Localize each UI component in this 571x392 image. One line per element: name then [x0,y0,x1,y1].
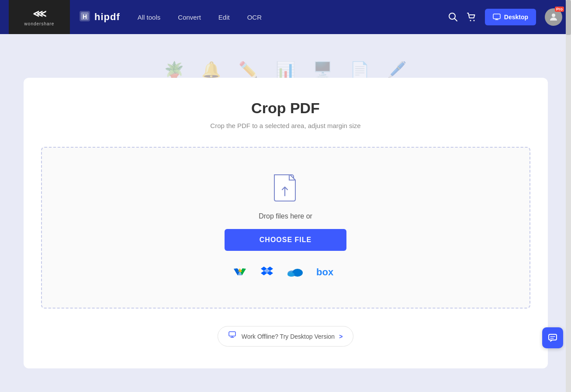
upload-file-icon [273,173,299,204]
hero-illustrations: 🪴 🔔 ✏️ 📊 🖥️ 📄 🖊️ [0,34,571,78]
user-avatar[interactable]: Pro [545,8,562,26]
svg-line-4 [454,19,457,21]
cart-button[interactable] [467,12,476,22]
svg-rect-19 [549,334,557,340]
page-subtitle: Crop the PDF to a selected area, adjust … [210,122,360,129]
desktop-banner[interactable]: Work Offline? Try Desktop Version > [218,326,354,347]
wondershare-logo[interactable]: ⋘ wondershare [9,0,70,34]
svg-point-14 [287,272,294,277]
hero-feather-icon: 🖊️ [387,62,407,78]
desktop-banner-arrow: > [339,333,343,340]
ws-logo-icon: ⋘ [33,8,46,20]
hipdf-text: hipdf [94,11,120,23]
desktop-button-label: Desktop [504,14,528,21]
onedrive-icon[interactable] [287,265,304,281]
nav-convert[interactable]: Convert [178,12,201,23]
main-content: Crop PDF Crop the PDF to a selected area… [0,78,571,386]
desktop-icon [493,13,501,21]
desktop-button[interactable]: Desktop [485,9,536,25]
navbar: ⋘ wondershare H hipdf All tools Convert … [0,0,571,34]
dropbox-icon[interactable] [260,264,274,282]
svg-text:H: H [83,13,87,20]
svg-point-10 [552,14,555,17]
hipdf-logo-icon: H [79,10,91,24]
hero-lamp-icon: 🔔 [201,62,221,78]
svg-point-5 [470,20,471,21]
dropzone[interactable]: Drop files here or CHOOSE FILE [41,147,530,309]
hero-plant-icon: 🪴 [164,62,184,78]
hero-doc-icon: 📄 [350,62,370,78]
hero-background: 🪴 🔔 ✏️ 📊 🖥️ 📄 🖊️ [0,34,571,78]
nav-links: All tools Convert Edit OCR [138,12,448,23]
svg-rect-7 [493,14,500,19]
hero-chart-icon: 📊 [276,62,295,78]
svg-point-6 [473,20,474,21]
search-button[interactable] [448,12,458,22]
nav-ocr[interactable]: OCR [247,12,262,23]
svg-text:box: box [316,267,334,278]
cart-icon [467,12,476,22]
scrollbar[interactable] [566,0,571,392]
choose-file-button[interactable]: CHOOSE FILE [225,229,346,251]
hero-pencils-icon: ✏️ [239,62,258,78]
main-card: Crop PDF Crop the PDF to a selected area… [24,78,548,368]
page-title: Crop PDF [251,100,320,117]
ws-logo-text: wondershare [24,21,55,26]
nav-actions: Desktop Pro [448,8,562,26]
upload-icon-wrap [273,173,299,204]
drop-text: Drop files here or [259,212,312,220]
svg-rect-16 [229,332,235,336]
hipdf-logo[interactable]: H hipdf [79,10,120,24]
search-icon [448,12,458,22]
pro-badge: Pro [555,7,564,12]
scrollbar-thumb[interactable] [566,0,571,35]
float-message-button[interactable] [542,327,563,348]
desktop-banner-icon [228,331,237,342]
google-drive-icon[interactable] [232,264,247,282]
cloud-icons: box [232,264,339,282]
desktop-banner-text: Work Offline? Try Desktop Version [242,333,335,340]
box-icon[interactable]: box [316,265,339,281]
nav-edit[interactable]: Edit [218,12,230,23]
message-icon [548,333,557,343]
user-icon [548,12,559,22]
hero-monitor-icon: 🖥️ [313,62,332,78]
nav-all-tools[interactable]: All tools [138,12,161,23]
